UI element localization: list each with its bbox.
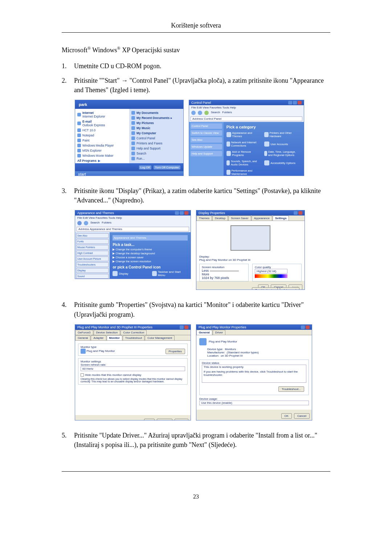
sm-item-run[interactable]: Run... — [131, 157, 181, 160]
tab-colorcorrection[interactable]: Color Correction — [121, 330, 147, 335]
at-left-item[interactable]: Fonts — [76, 239, 109, 244]
ok-button[interactable]: OK — [144, 419, 155, 420]
resolution-slider[interactable] — [210, 270, 239, 272]
start-menu-screenshot: park InternetInternet Explorer E-mailOut… — [75, 100, 184, 176]
paint-icon — [77, 139, 81, 142]
cp-cat-addremove[interactable]: Add or Remove Programs — [226, 150, 260, 157]
cp-cat-network[interactable]: Network and Internet Connections — [226, 141, 260, 147]
refresh-select[interactable]: 60 Hertz — [81, 366, 185, 371]
minimize-icon[interactable] — [175, 211, 179, 215]
cp-cat-accessibility[interactable]: Accessibility Options — [264, 160, 298, 166]
maximize-icon[interactable] — [180, 211, 184, 215]
close-icon[interactable] — [184, 325, 188, 329]
tab-settings[interactable]: Settings — [273, 216, 289, 221]
at-task-label: Choose a screen saver — [115, 256, 143, 259]
logoff-button[interactable]: Log Off — [139, 165, 151, 169]
sm-item-printers[interactable]: Printers and Faxes — [131, 141, 181, 145]
cp-left-box[interactable]: Windows Update — [191, 144, 222, 149]
tab-screensaver[interactable]: Screen Saver — [228, 216, 251, 221]
help-icon[interactable] — [180, 325, 184, 329]
res-legend: Screen resolution — [202, 266, 246, 269]
tab-colormgmt[interactable]: Color Management — [145, 335, 175, 340]
at-task[interactable]: ▶ Change the desktop background — [113, 252, 188, 255]
sm-item-controlpanel[interactable]: Control Panel — [131, 136, 181, 140]
tab-geforce3[interactable]: GeForce3 — [75, 330, 93, 335]
back-icon[interactable] — [77, 221, 82, 225]
sm-item-search[interactable]: Search — [131, 152, 181, 155]
sm-item-allprograms[interactable]: All Programs ▶ — [77, 159, 127, 163]
sm-item-internet[interactable]: InternetInternet Explorer — [77, 111, 127, 118]
cp-left-box[interactable]: Control Panel — [191, 123, 222, 129]
tab-general[interactable]: General — [196, 330, 212, 335]
cp-cat-printers[interactable]: Printers and Other Hardware — [264, 131, 298, 138]
cp-cat-performance[interactable]: Performance and Maintenance — [226, 169, 260, 176]
hide-modes-checkbox[interactable] — [81, 373, 84, 377]
sm-item-mydocs[interactable]: My Documents — [131, 111, 181, 115]
at-task[interactable]: ▶ Choose a screen saver — [113, 256, 188, 259]
cp-left-box[interactable]: Switch to Classic View — [191, 130, 222, 136]
at-left-item[interactable]: User Account Picture — [76, 257, 109, 261]
up-icon[interactable] — [204, 111, 209, 115]
help-icon[interactable] — [301, 325, 305, 329]
close-icon[interactable] — [298, 101, 302, 104]
cp-left-box[interactable]: Help and Support — [191, 151, 222, 156]
at-left-item[interactable]: Sound — [76, 274, 109, 279]
taskbar-start[interactable]: start — [75, 171, 183, 176]
tab-monitor[interactable]: Monitor — [107, 335, 122, 340]
sm-item-hct[interactable]: HCT 10.0 — [77, 128, 127, 132]
troubleshoot-button[interactable]: Troubleshoot... — [278, 386, 304, 392]
sm-item-recent[interactable]: My Recent Documents ▸ — [131, 116, 181, 120]
hide-modes-label: Hide modes that this monitor cannot disp… — [85, 373, 141, 377]
cp-cat-appearance[interactable]: Appearance and Themes — [226, 131, 260, 138]
tab-themes[interactable]: Themes — [196, 216, 212, 221]
at-left-item[interactable]: High Contrast — [76, 251, 109, 255]
at-icon-taskbar[interactable]: Taskbar and Start Menu — [152, 270, 186, 277]
close-icon[interactable] — [184, 211, 188, 215]
advanced-button[interactable]: Advanced — [280, 287, 299, 290]
tab-appearance[interactable]: Appearance — [252, 216, 272, 221]
minimize-icon[interactable] — [288, 101, 292, 104]
sm-item-paint[interactable]: Paint — [77, 139, 127, 142]
troubleshoot-button[interactable]: Troubleshoot... — [252, 287, 278, 290]
sm-item-moviemaker[interactable]: Windows Movie Maker — [77, 154, 127, 157]
at-task[interactable]: ▶ Change the screen resolution — [113, 260, 188, 263]
sm-item-mycomputer[interactable]: My Computer — [131, 131, 181, 135]
sm-item-mymusic[interactable]: My Music — [131, 126, 181, 130]
at-address[interactable]: Address Appearance and Themes — [77, 227, 189, 231]
close-icon[interactable] — [298, 211, 302, 215]
sm-item-help[interactable]: Help and Support — [131, 147, 181, 150]
color-select[interactable]: Highest (32 bit) — [255, 269, 287, 274]
forward-icon[interactable] — [84, 221, 88, 225]
back-icon[interactable] — [191, 111, 196, 115]
close-icon[interactable] — [306, 325, 310, 329]
tab-desktop[interactable]: Desktop — [212, 216, 228, 221]
forward-icon[interactable] — [198, 111, 202, 115]
ok-button[interactable]: OK — [281, 413, 292, 419]
help-icon[interactable] — [294, 211, 298, 215]
sm-item-mypics[interactable]: My Pictures — [131, 121, 181, 125]
properties-button[interactable]: Properties — [166, 349, 185, 354]
apply-button[interactable]: Apply — [175, 419, 188, 420]
cp-cat-date[interactable]: Date, Time, Language, and Regional Optio… — [264, 150, 298, 157]
at-left-item[interactable]: Mouse Pointers — [76, 245, 109, 250]
tab-adapter[interactable]: Adapter — [91, 335, 106, 340]
turnoff-button[interactable]: Turn Off Computer — [154, 165, 180, 169]
cancel-button[interactable]: Cancel — [294, 413, 310, 419]
at-task[interactable]: ▶ Change the computer's theme — [113, 248, 188, 251]
sm-item-msn[interactable]: MSN Explorer — [77, 149, 127, 152]
tab-troubleshoot[interactable]: Troubleshoot — [123, 335, 144, 340]
sm-item-notepad[interactable]: Notepad — [77, 134, 127, 137]
cancel-button[interactable]: Cancel — [157, 419, 172, 420]
cp-address[interactable]: Address Control Panel — [191, 116, 302, 121]
cp-cat-users[interactable]: User Accounts — [264, 141, 298, 147]
sm-item-email[interactable]: E-mailOutlook Express — [77, 120, 127, 127]
maximize-icon[interactable] — [293, 101, 297, 104]
tab-general[interactable]: General — [75, 335, 90, 340]
at-left-item[interactable]: Display — [76, 268, 109, 273]
cp-cat-sounds[interactable]: Sounds, Speech, and Audio Devices — [226, 160, 260, 166]
tab-driver[interactable]: Driver — [213, 330, 225, 335]
at-icon-display[interactable]: Display — [113, 270, 146, 277]
sm-item-wmp[interactable]: Windows Media Player — [77, 144, 127, 147]
device-usage-select[interactable]: Use this device (enable) — [199, 401, 309, 405]
tab-devselection[interactable]: Device Selection — [94, 330, 121, 335]
